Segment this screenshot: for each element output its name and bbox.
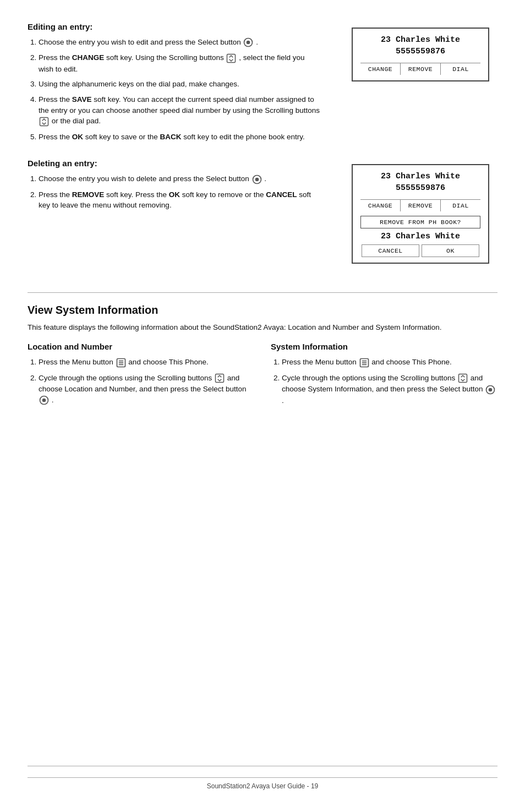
svg-point-5 <box>255 178 258 181</box>
view-system-cols: Location and Number Press the Menu butto… <box>28 342 497 411</box>
screen1-line1: 23 Charles White 5555559876 <box>360 34 480 57</box>
screen1-dial-key[interactable]: DIAL <box>441 63 480 75</box>
deleting-right: 23 Charles White 5555559876 CHANGE REMOV… <box>343 159 497 270</box>
deleting-left: Deleting an entry: Choose the entry you … <box>28 159 332 270</box>
view-system-section: View System Information This feature dis… <box>28 304 497 411</box>
editing-heading: Editing an entry: <box>28 22 321 31</box>
page: Editing an entry: Choose the entry you w… <box>0 0 525 812</box>
system-information-steps: Press the Menu button and choose This Ph… <box>271 357 497 406</box>
cancel-label: CANCEL <box>266 190 297 199</box>
select-icon-4 <box>485 385 496 393</box>
editing-section: Editing an entry: Choose the entry you w… <box>28 22 497 148</box>
save-label: SAVE <box>72 95 92 103</box>
screen2-ok-key[interactable]: OK <box>422 244 479 257</box>
screen2-bottom-keys: CANCEL OK <box>360 244 480 257</box>
editing-step-3: Using the alphanumeric keys on the dial … <box>39 79 321 90</box>
system-step-1: Press the Menu button and choose This Ph… <box>282 357 497 368</box>
editing-steps: Choose the entry you wish to edit and pr… <box>28 37 321 142</box>
footer-divider <box>28 766 497 766</box>
deleting-section: Deleting an entry: Choose the entry you … <box>28 159 497 270</box>
screen2-dial-key[interactable]: DIAL <box>441 200 480 211</box>
deleting-heading: Deleting an entry: <box>28 159 321 168</box>
deleting-step-2: Press the REMOVE soft key. Press the OK … <box>39 189 321 211</box>
ok-label-1: OK <box>72 133 83 141</box>
location-number-steps: Press the Menu button and choose This Ph… <box>28 357 254 406</box>
section-divider <box>28 292 497 293</box>
screen1-remove-key[interactable]: REMOVE <box>401 63 441 75</box>
screen2-remove-key[interactable]: REMOVE <box>401 200 441 211</box>
ok-label-2: OK <box>169 190 180 199</box>
menu-icon-2 <box>359 358 372 366</box>
footer-text: SoundStation2 Avaya User Guide - 19 <box>207 782 319 790</box>
view-system-description: This feature displays the following info… <box>28 322 497 333</box>
scroll-icon-4 <box>457 374 471 382</box>
screen2-softkeys: CHANGE REMOVE DIAL <box>360 199 480 211</box>
screen2-cancel-key[interactable]: CANCEL <box>362 244 419 257</box>
select-icon <box>243 38 256 46</box>
svg-point-1 <box>247 41 250 44</box>
svg-point-12 <box>43 399 46 402</box>
footer: SoundStation2 Avaya User Guide - 19 <box>28 777 497 790</box>
screen1-softkeys: CHANGE REMOVE DIAL <box>360 63 480 75</box>
location-step-2: Cycle through the options using the Scro… <box>39 373 254 406</box>
system-information-col: System Information Press the Menu button… <box>271 342 497 411</box>
screen2-remove-banner: REMOVE FROM PH BOOK? <box>360 216 480 228</box>
editing-step-2: Press the CHANGE soft key. Using the Scr… <box>39 52 321 74</box>
back-label: BACK <box>160 133 182 141</box>
editing-step-5: Press the OK soft key to save or the BAC… <box>39 132 321 143</box>
select-icon-3 <box>39 396 52 404</box>
location-number-heading: Location and Number <box>28 342 254 351</box>
svg-point-19 <box>489 388 492 391</box>
editing-right: 23 Charles White 5555559876 CHANGE REMOV… <box>343 22 497 148</box>
scroll-icon-2 <box>39 117 52 125</box>
location-number-col: Location and Number Press the Menu butto… <box>28 342 254 411</box>
change-label: CHANGE <box>72 53 105 62</box>
location-step-1: Press the Menu button and choose This Ph… <box>39 357 254 368</box>
editing-step-4: Press the SAVE soft key. You can accept … <box>39 94 321 127</box>
view-system-heading: View System Information <box>28 304 497 317</box>
menu-icon-1 <box>116 358 129 366</box>
system-information-heading: System Information <box>271 342 497 351</box>
deleting-step-1: Choose the entry you wish to delete and … <box>39 173 321 184</box>
screen-2: 23 Charles White 5555559876 CHANGE REMOV… <box>352 164 489 264</box>
scroll-icon-1 <box>226 53 239 62</box>
screen2-line1: 23 Charles White 5555559876 <box>360 171 480 194</box>
deleting-steps: Choose the entry you wish to delete and … <box>28 173 321 211</box>
editing-step-1: Choose the entry you wish to edit and pr… <box>39 37 321 48</box>
system-step-2: Cycle through the options using the Scro… <box>282 373 497 406</box>
screen-1: 23 Charles White 5555559876 CHANGE REMOV… <box>352 28 489 81</box>
screen2-change-key[interactable]: CHANGE <box>360 200 401 211</box>
screen2-name: 23 Charles White <box>360 232 480 241</box>
remove-label: REMOVE <box>72 190 105 199</box>
select-icon-2 <box>251 175 265 183</box>
screen1-change-key[interactable]: CHANGE <box>360 63 401 75</box>
editing-left: Editing an entry: Choose the entry you w… <box>28 22 332 148</box>
scroll-icon-3 <box>214 374 227 382</box>
